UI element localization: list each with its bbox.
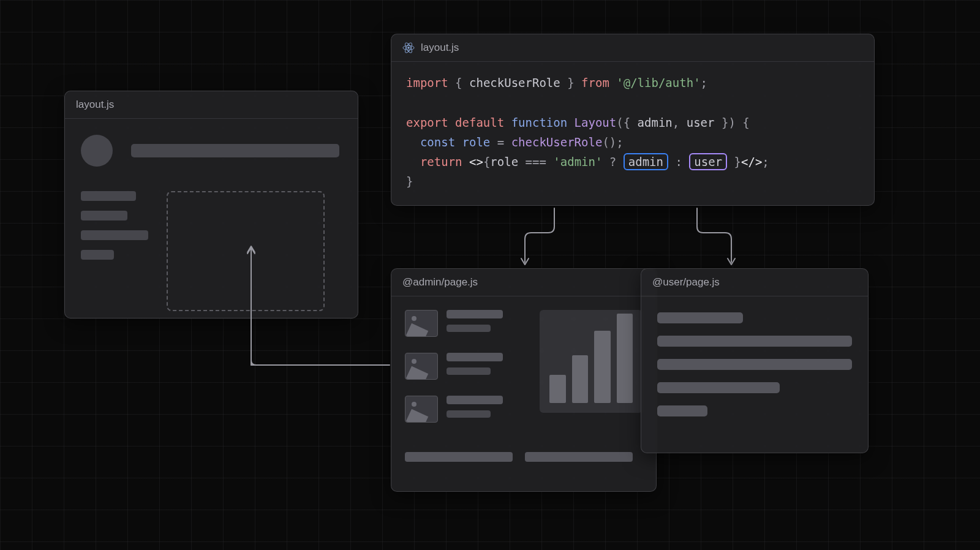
image-thumb-icon — [405, 353, 438, 380]
content-line — [657, 405, 707, 416]
chart-placeholder — [540, 310, 643, 413]
panel-title: @admin/page.js — [402, 276, 478, 288]
layout-content — [81, 191, 342, 311]
admin-footer — [391, 452, 656, 475]
layout-wireframe-panel: layout.js — [64, 91, 358, 318]
code-block: import { checkUserRole } from '@/lib/aut… — [391, 62, 874, 205]
chart-bar — [572, 355, 589, 403]
panel-title: @user/page.js — [652, 276, 720, 288]
panel-body — [65, 119, 358, 327]
panel-header: @user/page.js — [641, 269, 868, 296]
footer-line — [405, 452, 513, 462]
list-item — [405, 396, 526, 423]
user-body — [641, 296, 868, 445]
chart-bar — [549, 375, 566, 403]
content-line — [657, 336, 852, 347]
header-bar-placeholder — [131, 144, 339, 157]
avatar-placeholder — [81, 135, 113, 167]
item-lines — [447, 353, 503, 375]
admin-list — [405, 310, 526, 439]
item-lines — [447, 310, 503, 332]
content-line — [657, 359, 852, 370]
footer-line — [525, 452, 633, 462]
header-row — [81, 135, 342, 167]
panel-header: layout.js — [65, 91, 358, 119]
svg-point-0 — [407, 47, 410, 49]
image-thumb-icon — [405, 396, 438, 423]
sidebar-placeholder — [81, 191, 148, 311]
item-lines — [447, 396, 503, 418]
panel-title: layout.js — [76, 99, 114, 111]
content-line — [657, 312, 743, 323]
list-item — [405, 353, 526, 380]
sidebar-line — [81, 230, 148, 240]
user-highlight: user — [689, 153, 727, 170]
admin-page-panel: @admin/page.js — [391, 268, 657, 492]
panel-title: layout.js — [421, 42, 459, 54]
sidebar-line — [81, 211, 127, 220]
admin-highlight: admin — [624, 153, 668, 170]
code-panel: layout.js import { checkUserRole } from … — [391, 34, 875, 206]
image-thumb-icon — [405, 310, 438, 337]
panel-header: layout.js — [391, 34, 874, 62]
admin-body — [391, 296, 656, 452]
sidebar-line — [81, 250, 114, 260]
slot-placeholder — [167, 191, 325, 311]
content-line — [657, 382, 780, 393]
user-page-panel: @user/page.js — [641, 268, 869, 453]
react-icon — [402, 42, 415, 54]
panel-header: @admin/page.js — [391, 269, 656, 296]
sidebar-line — [81, 191, 136, 201]
chart-bar — [617, 314, 633, 403]
chart-bar — [594, 331, 611, 403]
list-item — [405, 310, 526, 337]
